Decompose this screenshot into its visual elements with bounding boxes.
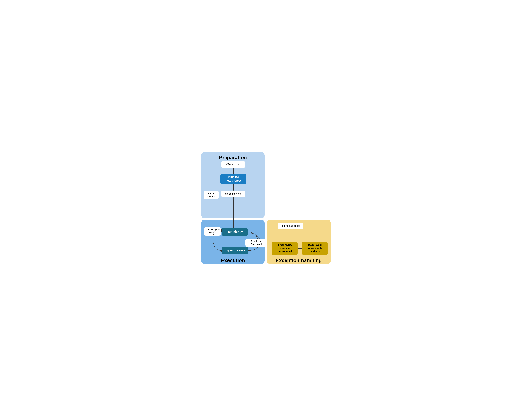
svg-text:new project: new project xyxy=(226,179,241,182)
svg-text:get approval: get approval xyxy=(278,250,292,252)
svg-text:findings: findings xyxy=(310,250,320,252)
svg-text:checks: checks xyxy=(209,231,216,234)
svg-text:Dashboard: Dashboard xyxy=(251,243,262,245)
svg-text:Results on: Results on xyxy=(251,240,262,242)
svg-text:Execution: Execution xyxy=(221,257,245,263)
diagram-container: Preparation CD-xxxx.xlsx Initialize new … xyxy=(200,151,332,265)
svg-text:CD-xxxx.xlsx: CD-xxxx.xlsx xyxy=(226,163,241,166)
svg-text:If red: review: If red: review xyxy=(278,244,292,246)
svg-text:Manual: Manual xyxy=(208,192,215,194)
svg-text:meeting,: meeting, xyxy=(280,247,290,249)
svg-text:Findings as issues: Findings as issues xyxy=(281,225,300,227)
svg-text:Preparation: Preparation xyxy=(219,155,247,160)
svg-text:Initialize: Initialize xyxy=(228,175,239,179)
svg-text:Exception handling: Exception handling xyxy=(276,257,322,263)
svg-text:Run nightly: Run nightly xyxy=(227,230,243,233)
svg-text:If approved:: If approved: xyxy=(308,244,322,246)
svg-text:answers: answers xyxy=(207,195,215,197)
svg-text:qg-config.yaml: qg-config.yaml xyxy=(225,192,242,195)
svg-text:release with: release with xyxy=(308,247,322,249)
svg-text:If green: release: If green: release xyxy=(225,249,245,252)
